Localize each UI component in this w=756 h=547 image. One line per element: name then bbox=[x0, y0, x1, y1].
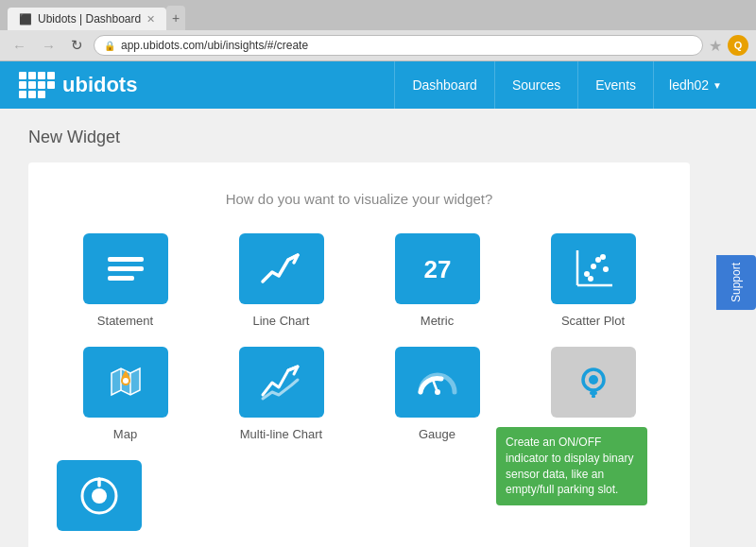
logo-text: ubidots bbox=[62, 73, 137, 97]
tab-bar: ⬛ Ubidots | Dashboard ✕ + bbox=[0, 0, 756, 30]
line-chart-icon-bg bbox=[239, 233, 324, 304]
svg-rect-19 bbox=[590, 391, 597, 395]
svg-point-8 bbox=[595, 257, 601, 263]
svg-point-7 bbox=[591, 264, 596, 269]
widget-item-gauge[interactable]: Gauge bbox=[369, 347, 506, 441]
map-label: Map bbox=[113, 427, 137, 441]
switch-icon bbox=[76, 472, 123, 520]
widget-item-map[interactable]: Map bbox=[57, 347, 194, 441]
statement-icon-bg bbox=[83, 233, 168, 304]
svg-rect-20 bbox=[592, 395, 595, 398]
metric-icon: 27 bbox=[414, 246, 461, 293]
svg-point-9 bbox=[603, 266, 609, 272]
multi-line-chart-label: Multi-line Chart bbox=[240, 427, 322, 441]
svg-rect-1 bbox=[108, 266, 144, 271]
line-chart-icon bbox=[258, 246, 305, 293]
widget-selector-card: How do you want to visualize your widget… bbox=[28, 162, 690, 547]
new-tab-btn[interactable]: + bbox=[166, 6, 185, 30]
scatter-plot-icon bbox=[570, 246, 617, 293]
indicator-tooltip: Create an ON/OFF indicator to display bi… bbox=[496, 427, 647, 505]
metric-label: Metric bbox=[421, 314, 454, 328]
multi-line-chart-icon-bg bbox=[239, 347, 324, 418]
nav-events[interactable]: Events bbox=[578, 61, 654, 109]
svg-point-6 bbox=[584, 271, 590, 277]
back-button[interactable]: ← bbox=[8, 36, 31, 56]
statement-label: Statement bbox=[97, 314, 153, 328]
dropdown-icon: ▼ bbox=[713, 80, 722, 91]
support-tab[interactable]: Support bbox=[716, 255, 756, 310]
app-header: ubidots Dashboard Sources Events ledh02 … bbox=[0, 61, 756, 109]
svg-point-18 bbox=[589, 375, 598, 385]
browser-chrome: ⬛ Ubidots | Dashboard ✕ + ← → ↻ 🔒 app.ub… bbox=[0, 0, 756, 61]
multi-line-chart-icon bbox=[258, 359, 305, 406]
tab-favicon: ⬛ bbox=[19, 13, 32, 26]
tab-close-btn[interactable]: ✕ bbox=[146, 13, 155, 26]
widget-item-switch[interactable] bbox=[57, 460, 142, 540]
widget-question: How do you want to visualize your widget… bbox=[57, 191, 662, 207]
widget-item-indicator[interactable]: Indicator Create an ON/OFF indicator to … bbox=[524, 347, 662, 441]
logo-dots bbox=[19, 72, 55, 98]
nav-sources[interactable]: Sources bbox=[495, 61, 578, 109]
gauge-icon bbox=[414, 359, 461, 406]
indicator-icon bbox=[570, 359, 617, 406]
gauge-label: Gauge bbox=[419, 427, 455, 441]
refresh-button[interactable]: ↻ bbox=[66, 35, 88, 56]
widget-item-multi-line-chart[interactable]: Multi-line Chart bbox=[213, 347, 350, 441]
svg-rect-0 bbox=[108, 257, 144, 262]
logo[interactable]: ubidots bbox=[19, 72, 137, 98]
svg-text:27: 27 bbox=[423, 255, 451, 283]
main-content: New Widget How do you want to visualize … bbox=[0, 109, 756, 547]
active-tab[interactable]: ⬛ Ubidots | Dashboard ✕ bbox=[8, 8, 166, 30]
browser-extra-button[interactable]: Q bbox=[728, 35, 748, 56]
metric-icon-bg: 27 bbox=[395, 233, 480, 304]
address-bar[interactable]: 🔒 app.ubidots.com/ubi/insights/#/create bbox=[94, 35, 703, 56]
svg-point-14 bbox=[123, 378, 129, 384]
indicator-icon-bg bbox=[551, 347, 636, 418]
nav-user-menu[interactable]: ledh02 ▼ bbox=[654, 61, 737, 109]
nav-dashboard[interactable]: Dashboard bbox=[394, 61, 495, 109]
map-icon-bg bbox=[83, 347, 168, 418]
nav-items: Dashboard Sources Events bbox=[394, 61, 654, 109]
svg-line-16 bbox=[433, 380, 438, 392]
page-title: New Widget bbox=[28, 128, 728, 147]
star-icon[interactable]: ★ bbox=[709, 37, 722, 55]
lock-icon: 🔒 bbox=[104, 41, 115, 51]
statement-icon bbox=[102, 246, 149, 293]
widget-item-scatter-plot[interactable]: Scatter Plot bbox=[524, 233, 662, 328]
widget-item-line-chart[interactable]: Line Chart bbox=[213, 233, 350, 328]
map-icon bbox=[102, 359, 149, 406]
svg-point-11 bbox=[600, 254, 606, 260]
scatter-plot-label: Scatter Plot bbox=[561, 314, 625, 328]
browser-toolbar: ← → ↻ 🔒 app.ubidots.com/ubi/insights/#/c… bbox=[0, 30, 756, 61]
url-text: app.ubidots.com/ubi/insights/#/create bbox=[121, 39, 308, 52]
tab-title: Ubidots | Dashboard bbox=[38, 12, 141, 26]
svg-point-22 bbox=[92, 488, 107, 504]
widget-item-metric[interactable]: 27 Metric bbox=[369, 233, 506, 328]
forward-button[interactable]: → bbox=[37, 36, 60, 56]
gauge-icon-bg bbox=[395, 347, 480, 418]
line-chart-label: Line Chart bbox=[253, 314, 310, 328]
svg-point-10 bbox=[588, 276, 593, 282]
widget-grid: Statement Line Chart 27 bbox=[57, 233, 662, 441]
svg-rect-2 bbox=[108, 276, 134, 281]
widget-item-statement[interactable]: Statement bbox=[57, 233, 194, 328]
scatter-plot-icon-bg bbox=[551, 233, 636, 304]
switch-icon-bg bbox=[57, 460, 142, 531]
